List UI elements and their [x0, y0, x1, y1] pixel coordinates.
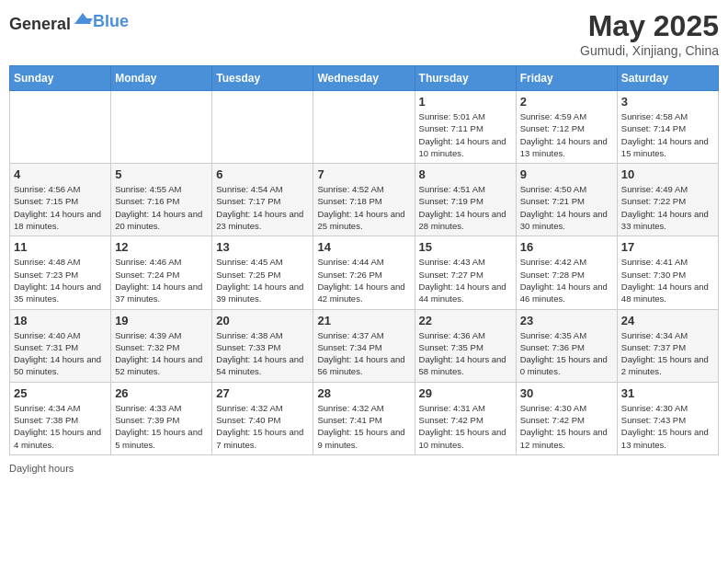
day-info: Sunrise: 4:50 AM Sunset: 7:21 PM Dayligh… [520, 183, 613, 232]
day-info: Sunrise: 5:01 AM Sunset: 7:11 PM Dayligh… [419, 110, 512, 159]
table-row: 4Sunrise: 4:56 AM Sunset: 7:15 PM Daylig… [10, 164, 111, 236]
table-row: 23Sunrise: 4:35 AM Sunset: 7:36 PM Dayli… [516, 309, 617, 382]
day-info: Sunrise: 4:49 AM Sunset: 7:22 PM Dayligh… [621, 183, 714, 232]
calendar-header: Sunday Monday Tuesday Wednesday Thursday… [10, 66, 719, 91]
logo-icon [73, 9, 93, 29]
day-number: 24 [621, 314, 714, 327]
table-row: 10Sunrise: 4:49 AM Sunset: 7:22 PM Dayli… [617, 164, 718, 236]
day-info: Sunrise: 4:46 AM Sunset: 7:24 PM Dayligh… [115, 256, 208, 304]
day-number: 30 [520, 386, 613, 400]
day-number: 7 [317, 167, 410, 181]
day-info: Sunrise: 4:59 AM Sunset: 7:12 PM Dayligh… [520, 110, 613, 159]
day-number: 23 [520, 314, 613, 327]
header-tuesday: Tuesday [212, 66, 313, 91]
day-number: 16 [520, 240, 613, 254]
day-info: Sunrise: 4:30 AM Sunset: 7:42 PM Dayligh… [520, 402, 613, 451]
day-number: 11 [14, 240, 107, 254]
day-info: Sunrise: 4:51 AM Sunset: 7:19 PM Dayligh… [419, 183, 512, 232]
day-number: 12 [115, 240, 208, 254]
table-row: 13Sunrise: 4:45 AM Sunset: 7:25 PM Dayli… [212, 236, 313, 309]
day-info: Sunrise: 4:42 AM Sunset: 7:28 PM Dayligh… [520, 256, 613, 304]
day-number: 10 [621, 167, 714, 181]
day-number: 15 [419, 240, 512, 254]
table-row: 6Sunrise: 4:54 AM Sunset: 7:17 PM Daylig… [212, 164, 313, 236]
day-number: 2 [520, 95, 613, 109]
table-row: 26Sunrise: 4:33 AM Sunset: 7:39 PM Dayli… [111, 382, 212, 454]
logo: General Blue [9, 9, 129, 34]
day-number: 19 [115, 314, 208, 327]
day-info: Sunrise: 4:58 AM Sunset: 7:14 PM Dayligh… [621, 110, 714, 159]
day-number: 3 [621, 95, 714, 109]
day-number: 9 [520, 167, 613, 181]
table-row: 27Sunrise: 4:32 AM Sunset: 7:40 PM Dayli… [212, 382, 313, 454]
day-number: 22 [419, 314, 512, 327]
table-row: 15Sunrise: 4:43 AM Sunset: 7:27 PM Dayli… [415, 236, 516, 309]
table-row: 17Sunrise: 4:41 AM Sunset: 7:30 PM Dayli… [617, 236, 718, 309]
day-info: Sunrise: 4:38 AM Sunset: 7:33 PM Dayligh… [216, 329, 309, 378]
logo-general: General [9, 15, 71, 33]
month-title: May 2025 [580, 9, 719, 43]
day-number: 13 [216, 240, 309, 254]
day-info: Sunrise: 4:37 AM Sunset: 7:34 PM Dayligh… [317, 329, 410, 378]
table-row: 30Sunrise: 4:30 AM Sunset: 7:42 PM Dayli… [516, 382, 617, 454]
table-row: 31Sunrise: 4:30 AM Sunset: 7:43 PM Dayli… [617, 382, 718, 454]
table-row: 16Sunrise: 4:42 AM Sunset: 7:28 PM Dayli… [516, 236, 617, 309]
header-saturday: Saturday [617, 66, 718, 91]
day-info: Sunrise: 4:32 AM Sunset: 7:40 PM Dayligh… [216, 402, 309, 451]
day-info: Sunrise: 4:54 AM Sunset: 7:17 PM Dayligh… [216, 183, 309, 232]
day-number: 1 [419, 95, 512, 109]
location: Gumudi, Xinjiang, China [580, 43, 719, 58]
table-row: 28Sunrise: 4:32 AM Sunset: 7:41 PM Dayli… [313, 382, 415, 454]
day-info: Sunrise: 4:35 AM Sunset: 7:36 PM Dayligh… [520, 329, 613, 378]
day-info: Sunrise: 4:52 AM Sunset: 7:18 PM Dayligh… [317, 183, 410, 232]
day-info: Sunrise: 4:31 AM Sunset: 7:42 PM Dayligh… [419, 402, 512, 451]
table-row [212, 91, 313, 164]
day-number: 8 [419, 167, 512, 181]
day-info: Sunrise: 4:34 AM Sunset: 7:37 PM Dayligh… [621, 329, 714, 378]
table-row [313, 91, 415, 164]
day-number: 4 [14, 167, 107, 181]
table-row: 24Sunrise: 4:34 AM Sunset: 7:37 PM Dayli… [617, 309, 718, 382]
calendar-table: Sunday Monday Tuesday Wednesday Thursday… [9, 65, 719, 455]
table-row: 5Sunrise: 4:55 AM Sunset: 7:16 PM Daylig… [111, 164, 212, 236]
table-row: 2Sunrise: 4:59 AM Sunset: 7:12 PM Daylig… [516, 91, 617, 164]
table-row: 11Sunrise: 4:48 AM Sunset: 7:23 PM Dayli… [10, 236, 111, 309]
day-number: 21 [317, 314, 410, 327]
table-row: 12Sunrise: 4:46 AM Sunset: 7:24 PM Dayli… [111, 236, 212, 309]
day-info: Sunrise: 4:34 AM Sunset: 7:38 PM Dayligh… [14, 402, 107, 451]
table-row: 25Sunrise: 4:34 AM Sunset: 7:38 PM Dayli… [10, 382, 111, 454]
table-row: 20Sunrise: 4:38 AM Sunset: 7:33 PM Dayli… [212, 309, 313, 382]
day-info: Sunrise: 4:56 AM Sunset: 7:15 PM Dayligh… [14, 183, 107, 232]
table-row: 7Sunrise: 4:52 AM Sunset: 7:18 PM Daylig… [313, 164, 415, 236]
day-number: 26 [115, 386, 208, 400]
day-number: 28 [317, 386, 410, 400]
header-sunday: Sunday [10, 66, 111, 91]
footer: Daylight hours [9, 463, 719, 474]
table-row: 21Sunrise: 4:37 AM Sunset: 7:34 PM Dayli… [313, 309, 415, 382]
day-info: Sunrise: 4:43 AM Sunset: 7:27 PM Dayligh… [419, 256, 512, 304]
table-row: 19Sunrise: 4:39 AM Sunset: 7:32 PM Dayli… [111, 309, 212, 382]
day-number: 18 [14, 314, 107, 327]
table-row: 18Sunrise: 4:40 AM Sunset: 7:31 PM Dayli… [10, 309, 111, 382]
header-monday: Monday [111, 66, 212, 91]
day-number: 14 [317, 240, 410, 254]
title-section: May 2025 Gumudi, Xinjiang, China [580, 9, 719, 58]
table-row: 29Sunrise: 4:31 AM Sunset: 7:42 PM Dayli… [415, 382, 516, 454]
table-row [111, 91, 212, 164]
table-row: 1Sunrise: 5:01 AM Sunset: 7:11 PM Daylig… [415, 91, 516, 164]
table-row: 14Sunrise: 4:44 AM Sunset: 7:26 PM Dayli… [313, 236, 415, 309]
logo-blue: Blue [93, 12, 129, 30]
day-info: Sunrise: 4:45 AM Sunset: 7:25 PM Dayligh… [216, 256, 309, 304]
day-info: Sunrise: 4:41 AM Sunset: 7:30 PM Dayligh… [621, 256, 714, 304]
day-number: 17 [621, 240, 714, 254]
day-number: 29 [419, 386, 512, 400]
day-info: Sunrise: 4:33 AM Sunset: 7:39 PM Dayligh… [115, 402, 208, 451]
table-row [10, 91, 111, 164]
day-number: 27 [216, 386, 309, 400]
day-number: 5 [115, 167, 208, 181]
table-row: 9Sunrise: 4:50 AM Sunset: 7:21 PM Daylig… [516, 164, 617, 236]
page-header: General Blue May 2025 Gumudi, Xinjiang, … [9, 9, 719, 58]
header-friday: Friday [516, 66, 617, 91]
header-wednesday: Wednesday [313, 66, 415, 91]
table-row: 22Sunrise: 4:36 AM Sunset: 7:35 PM Dayli… [415, 309, 516, 382]
